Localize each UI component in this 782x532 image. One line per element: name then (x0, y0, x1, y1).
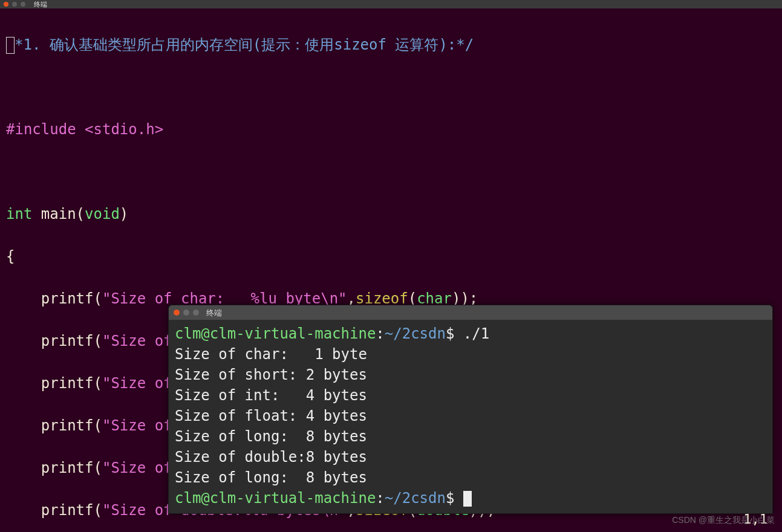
prompt-path: ~/2csdn (385, 325, 446, 342)
terminal-cursor-icon (463, 491, 472, 507)
terminal-output: Size of float: 4 bytes (175, 407, 367, 424)
terminal-command: ./1 (463, 325, 489, 342)
cursor-icon (6, 37, 15, 54)
code-type: void (85, 206, 120, 222)
terminal-body[interactable]: clm@clm-virtual-machine:~/2csdn$ ./1 Siz… (169, 320, 772, 513)
code-func: printf (6, 290, 94, 307)
terminal-output: Size of double:8 bytes (175, 449, 367, 465)
terminal-output: Size of long: 8 bytes (175, 428, 367, 445)
editor-menubar: 终端 (0, 0, 782, 8)
terminal-title: 终端 (206, 302, 222, 323)
prompt-user: clm@clm-virtual-machine (175, 325, 376, 342)
terminal-titlebar[interactable]: 终端 (169, 305, 772, 320)
watermark: CSDN @重生之我是小白菜 (672, 510, 775, 531)
terminal-output: Size of int: 4 bytes (175, 387, 367, 404)
close-icon[interactable] (174, 310, 180, 316)
close-icon[interactable] (4, 2, 8, 7)
code-brace: { (6, 248, 15, 265)
terminal-output: Size of short: 2 bytes (175, 366, 367, 383)
code-ident: main (32, 206, 76, 222)
maximize-icon[interactable] (21, 2, 25, 7)
minimize-icon[interactable] (12, 2, 17, 7)
code-header: <stdio.h> (76, 121, 164, 138)
code-paren: ) (120, 206, 128, 222)
minimize-icon[interactable] (183, 310, 189, 316)
terminal-window[interactable]: 终端 clm@clm-virtual-machine:~/2csdn$ ./1 … (168, 305, 773, 514)
code-comment: *1. 确认基础类型所占用的内存空间(提示：使用sizeof 运算符):*/ (15, 36, 474, 53)
code-type: int (6, 206, 32, 222)
maximize-icon[interactable] (193, 310, 199, 316)
code-preproc: #include (6, 121, 76, 138)
terminal-output: Size of char: 1 byte (175, 346, 367, 363)
terminal-output: Size of long: 8 bytes (175, 469, 367, 486)
code-paren: ( (76, 206, 85, 222)
